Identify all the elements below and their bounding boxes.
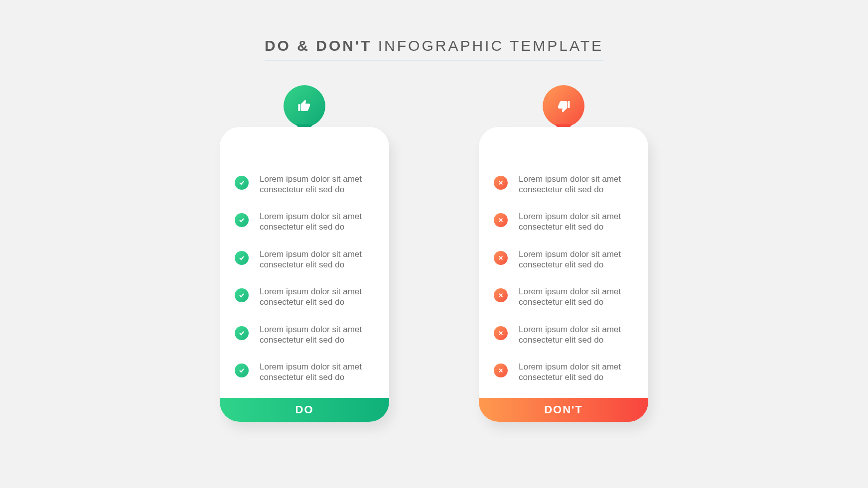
title-light: INFOGRAPHIC TEMPLATE bbox=[372, 37, 603, 54]
do-items: Lorem ipsum dolor sit amet consectetur e… bbox=[235, 174, 374, 398]
dont-card-wrap: Lorem ipsum dolor sit amet consectetur e… bbox=[479, 106, 648, 422]
do-card: Lorem ipsum dolor sit amet consectetur e… bbox=[220, 127, 389, 422]
do-card-wrap: Lorem ipsum dolor sit amet consectetur e… bbox=[220, 106, 389, 422]
list-item: Lorem ipsum dolor sit amet consectetur e… bbox=[235, 212, 374, 232]
title-bold: DO & DON'T bbox=[265, 37, 372, 54]
dont-card: Lorem ipsum dolor sit amet consectetur e… bbox=[479, 127, 648, 422]
check-icon bbox=[235, 364, 249, 377]
item-text: Lorem ipsum dolor sit amet consectetur e… bbox=[260, 287, 374, 307]
item-text: Lorem ipsum dolor sit amet consectetur e… bbox=[260, 249, 374, 270]
dont-pin-circle bbox=[543, 85, 584, 127]
item-text: Lorem ipsum dolor sit amet consectetur e… bbox=[260, 212, 374, 232]
item-text: Lorem ipsum dolor sit amet consectetur e… bbox=[519, 287, 633, 307]
list-item: Lorem ipsum dolor sit amet consectetur e… bbox=[494, 212, 633, 232]
list-item: Lorem ipsum dolor sit amet consectetur e… bbox=[235, 249, 374, 270]
do-footer-label: DO bbox=[220, 398, 389, 422]
cards-row: Lorem ipsum dolor sit amet consectetur e… bbox=[220, 106, 648, 422]
item-text: Lorem ipsum dolor sit amet consectetur e… bbox=[519, 174, 633, 195]
item-text: Lorem ipsum dolor sit amet consectetur e… bbox=[260, 325, 374, 345]
item-text: Lorem ipsum dolor sit amet consectetur e… bbox=[519, 362, 633, 382]
x-icon bbox=[494, 326, 508, 340]
item-text: Lorem ipsum dolor sit amet consectetur e… bbox=[260, 174, 374, 195]
x-icon bbox=[494, 213, 508, 227]
list-item: Lorem ipsum dolor sit amet consectetur e… bbox=[235, 362, 374, 382]
list-item: Lorem ipsum dolor sit amet consectetur e… bbox=[235, 174, 374, 195]
item-text: Lorem ipsum dolor sit amet consectetur e… bbox=[519, 212, 633, 232]
item-text: Lorem ipsum dolor sit amet consectetur e… bbox=[519, 249, 633, 270]
list-item: Lorem ipsum dolor sit amet consectetur e… bbox=[494, 174, 633, 195]
check-icon bbox=[235, 251, 249, 265]
list-item: Lorem ipsum dolor sit amet consectetur e… bbox=[494, 249, 633, 270]
check-icon bbox=[235, 288, 249, 302]
dont-footer-label: DON'T bbox=[479, 398, 648, 422]
dont-items: Lorem ipsum dolor sit amet consectetur e… bbox=[494, 174, 633, 398]
list-item: Lorem ipsum dolor sit amet consectetur e… bbox=[494, 362, 633, 382]
do-pin-circle bbox=[284, 85, 325, 127]
check-icon bbox=[235, 213, 249, 227]
list-item: Lorem ipsum dolor sit amet consectetur e… bbox=[494, 287, 633, 307]
x-icon bbox=[494, 364, 508, 377]
page-title: DO & DON'T INFOGRAPHIC TEMPLATE bbox=[265, 37, 603, 61]
x-icon bbox=[494, 251, 508, 265]
list-item: Lorem ipsum dolor sit amet consectetur e… bbox=[235, 325, 374, 345]
check-icon bbox=[235, 326, 249, 340]
header: DO & DON'T INFOGRAPHIC TEMPLATE bbox=[265, 37, 603, 61]
list-item: Lorem ipsum dolor sit amet consectetur e… bbox=[235, 287, 374, 307]
x-icon bbox=[494, 288, 508, 302]
item-text: Lorem ipsum dolor sit amet consectetur e… bbox=[519, 325, 633, 345]
list-item: Lorem ipsum dolor sit amet consectetur e… bbox=[494, 325, 633, 345]
check-icon bbox=[235, 176, 249, 190]
thumbs-down-icon bbox=[556, 99, 571, 114]
item-text: Lorem ipsum dolor sit amet consectetur e… bbox=[260, 362, 374, 382]
x-icon bbox=[494, 176, 508, 190]
thumbs-up-icon bbox=[297, 99, 312, 114]
